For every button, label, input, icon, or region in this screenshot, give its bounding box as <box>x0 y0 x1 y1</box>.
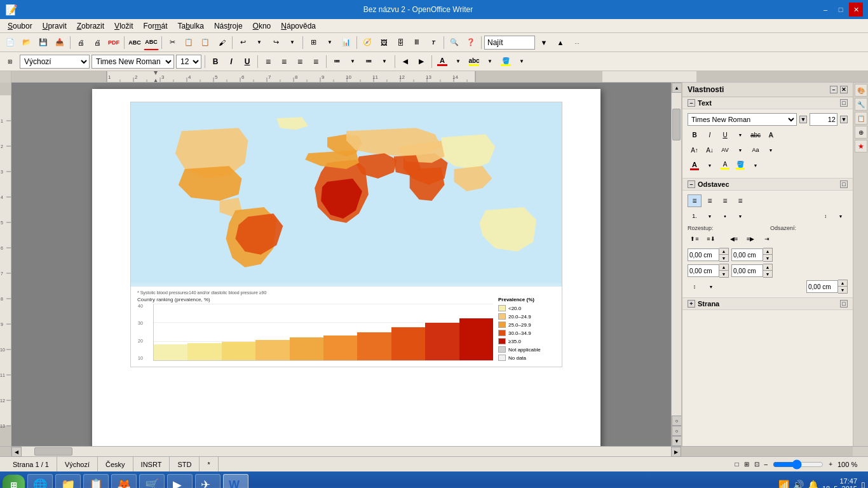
indent-left-input[interactable] <box>731 248 763 261</box>
bg-color-dd-btn[interactable]: ▼ <box>515 55 529 69</box>
gallery-btn[interactable]: 🖼 <box>376 35 391 50</box>
list-ordered-btn[interactable]: ≔ <box>330 55 344 69</box>
zoom-slider[interactable] <box>773 459 824 470</box>
panel-underline-dd-btn[interactable]: ▼ <box>733 128 747 141</box>
panel-font-color-dd-btn[interactable]: ▼ <box>703 159 717 172</box>
text-section-collapse[interactable]: – <box>688 99 695 107</box>
scroll-page-up-btn[interactable]: ○ <box>672 416 681 426</box>
redo-btn[interactable]: ↪ <box>268 35 283 50</box>
menu-soubor[interactable]: Soubor <box>3 20 37 32</box>
copy-btn[interactable]: 📋 <box>181 35 196 50</box>
taskbar-app-firefox[interactable]: 🦊 <box>111 474 137 488</box>
para-section-collapse[interactable]: – <box>688 180 695 188</box>
panel-spacing-above-btn[interactable]: ⬆≡ <box>688 233 702 245</box>
tray-notification-icon[interactable]: 🔔 <box>808 480 818 488</box>
new-btn[interactable]: 📄 <box>3 35 18 50</box>
panel-spacing-below-btn[interactable]: ≡⬇ <box>704 233 718 245</box>
panel-icon-5[interactable]: ★ <box>855 140 867 152</box>
search-input[interactable] <box>484 36 535 50</box>
panel-bold-btn[interactable]: B <box>688 128 702 141</box>
menu-vlozit[interactable]: Vložit <box>109 20 138 32</box>
panel-bg-color-dd-btn[interactable]: ▼ <box>749 159 763 172</box>
paragraph-section-header[interactable]: – Odstavec □ <box>682 179 853 191</box>
para-section-expand[interactable]: □ <box>840 180 848 188</box>
underline-btn[interactable]: U <box>240 55 254 69</box>
zoom-btn[interactable]: 🔍 <box>447 35 462 50</box>
taskbar-app-writer[interactable]: W <box>223 474 248 488</box>
tray-show-desktop[interactable]: ▯ <box>861 480 865 488</box>
panel-font-select[interactable]: Times New Roman <box>688 113 797 126</box>
panel-highlight-color-btn[interactable]: A <box>718 159 732 172</box>
panel-linespacing2-btn[interactable]: ↕ <box>688 280 702 293</box>
status-view-btn-2[interactable]: ⊞ <box>744 461 749 468</box>
panel-font-size[interactable] <box>810 113 837 126</box>
minimize-button[interactable]: – <box>818 3 832 17</box>
paste-btn[interactable]: 📋 <box>198 35 213 50</box>
page-section-collapse[interactable]: + <box>688 300 695 308</box>
help-btn[interactable]: ❓ <box>463 35 478 50</box>
maximize-button[interactable]: □ <box>834 3 848 17</box>
scroll-page-down-btn[interactable]: ○ <box>672 426 681 436</box>
panel-list-dd-btn[interactable]: ▼ <box>703 210 717 222</box>
spin-indent-first-up[interactable]: ▲ <box>838 280 847 287</box>
panel-linespace-dd-btn[interactable]: ▼ <box>834 210 848 222</box>
italic-btn[interactable]: I <box>224 55 238 69</box>
panel-strikethrough-btn[interactable]: abc <box>749 128 763 141</box>
panel-size-up-btn[interactable]: A↑ <box>688 144 702 156</box>
panel-list-ordered-btn[interactable]: 1. <box>688 210 702 222</box>
taskbar-app-notes[interactable]: 📋 <box>83 474 109 488</box>
panel-shadow-btn[interactable]: A <box>764 128 778 141</box>
taskbar-app-media[interactable]: ▶ <box>167 474 193 488</box>
panel-list-unordered-btn[interactable]: • <box>718 210 732 222</box>
panel-indent-left-btn[interactable]: ◀≡ <box>727 233 741 245</box>
panel-icon-3[interactable]: 📋 <box>855 112 867 125</box>
scroll-thumb[interactable] <box>672 109 681 140</box>
panel-close-btn[interactable]: ✕ <box>840 86 848 93</box>
menu-nastroje[interactable]: Nástroje <box>209 20 248 32</box>
panel-indent-right-btn[interactable]: ≡▶ <box>743 233 757 245</box>
spin-indent-left-up[interactable]: ▲ <box>763 248 772 255</box>
spin-indent-left-down[interactable]: ▼ <box>763 255 772 261</box>
panel-linespacing2-dd-btn[interactable]: ▼ <box>704 280 718 293</box>
spin-above-up[interactable]: ▲ <box>719 248 728 255</box>
styles-btn[interactable]: Ⅲ <box>409 35 424 50</box>
table2-btn[interactable]: ▼ <box>322 35 337 50</box>
spacing-above-input[interactable] <box>688 248 719 261</box>
spacing-below-input[interactable] <box>688 264 719 277</box>
status-view-btn-3[interactable]: ⊡ <box>754 461 759 468</box>
navigator-btn[interactable]: 🧭 <box>360 35 375 50</box>
list-unordered-btn[interactable]: ≔ <box>362 55 376 69</box>
pdf-btn[interactable]: PDF <box>106 35 121 50</box>
scroll-down-btn[interactable]: ▼ <box>672 436 681 446</box>
panel-underline-btn[interactable]: U <box>718 128 732 141</box>
taskbar-app-store[interactable]: 🛒 <box>139 474 165 488</box>
styles-panel-btn[interactable]: ⊞ <box>3 54 18 69</box>
style-select[interactable]: Výchozí <box>20 55 90 69</box>
panel-collapse-btn[interactable]: – <box>830 86 837 93</box>
search-options-btn[interactable]: … <box>569 35 585 50</box>
db-btn[interactable]: 🗄 <box>393 35 408 50</box>
menu-zobrazit[interactable]: Zobrazit <box>72 20 109 32</box>
hscroll-thumb[interactable] <box>34 447 72 456</box>
panel-case-btn[interactable]: Aa <box>749 144 763 156</box>
redo-dd-btn[interactable]: ▼ <box>285 35 300 50</box>
panel-spacing-dd-btn[interactable]: ▼ <box>733 144 747 156</box>
zoom-minus[interactable]: – <box>764 461 768 468</box>
hscroll-left-btn[interactable]: ◀ <box>11 447 22 457</box>
indent-first-input[interactable] <box>806 280 838 293</box>
panel-case-dd-btn[interactable]: ▼ <box>764 144 778 156</box>
taskbar-app-explorer[interactable]: 📁 <box>55 474 81 488</box>
clone-btn[interactable]: 🖌 <box>214 35 229 50</box>
cut-btn[interactable]: ✂ <box>165 35 180 50</box>
save2-btn[interactable]: 📥 <box>52 35 67 50</box>
panel-indent-first-btn[interactable]: ⇥ <box>760 233 774 245</box>
panel-icon-1[interactable]: 🎨 <box>855 84 867 97</box>
spin-below-down[interactable]: ▼ <box>719 271 728 277</box>
zoom-plus[interactable]: + <box>829 461 832 468</box>
menu-upravit[interactable]: Upravit <box>37 20 72 32</box>
undo-btn[interactable]: ↩ <box>235 35 250 50</box>
panel-italic-btn[interactable]: I <box>703 128 717 141</box>
vertical-scrollbar[interactable]: ▲ ○ ○ ▼ <box>671 83 681 446</box>
search-next-btn[interactable]: ▼ <box>536 35 552 50</box>
hscroll-right-btn[interactable]: ▶ <box>671 447 681 457</box>
